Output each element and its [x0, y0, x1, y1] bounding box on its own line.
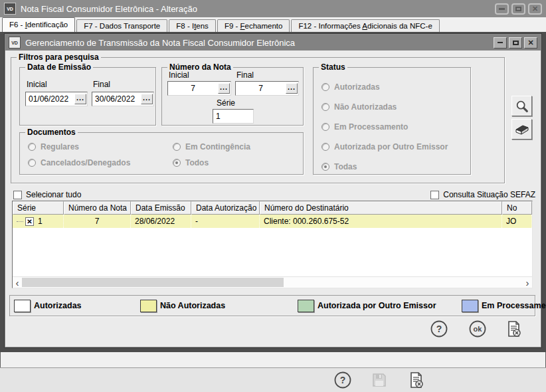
tree-connector	[17, 221, 23, 222]
close-button[interactable]: ✕	[528, 3, 542, 15]
legend-label: Autorizada por Outro Emissor	[318, 301, 436, 310]
status-legend: Autorizadas Não Autorizadas Autorizada p…	[9, 295, 535, 316]
data-emissao-groupbox: Data de Emissão Inicial Final 01/06/2022…	[19, 67, 156, 126]
radio-icon	[321, 143, 329, 151]
tab-label: echamento	[245, 22, 283, 30]
tab-f9-fechamento[interactable]: F9 - Fechamento	[217, 19, 290, 32]
dialog-help-button[interactable]: ?	[429, 319, 449, 339]
tab-label: F8 - I	[176, 22, 194, 30]
filters-title: Filtros para pesquisa	[17, 52, 101, 62]
radio-icon	[321, 83, 329, 91]
date-picker-button[interactable]: ...	[74, 94, 86, 104]
row-checkbox[interactable]: ✕	[25, 217, 34, 226]
final-label: Final	[236, 70, 254, 80]
tab-f8-itens[interactable]: F8 - Itens	[169, 19, 216, 32]
data-emissao-title: Data de Emissão	[25, 62, 93, 72]
window-title: Nota Fiscal Consumidor Eletrônica - Alte…	[21, 4, 197, 14]
column-header-serie[interactable]: Série	[13, 201, 64, 215]
tab-label: F	[240, 22, 245, 30]
radio-nao-autorizadas: Não Autorizadas	[321, 102, 397, 112]
radio-icon	[321, 163, 329, 171]
data-emissao-inicial-value: 01/06/2022	[26, 94, 74, 104]
cell-numero-nota: 7	[64, 215, 131, 228]
grid-header: Série Número da Nota Data Emissão Data A…	[13, 201, 532, 215]
scrollbar-thumb[interactable]	[22, 278, 284, 287]
window-controls: ✕	[495, 3, 542, 15]
serie-value: 1	[38, 217, 43, 226]
tab-f6-identificacao[interactable]: F6 - Identificação	[2, 17, 75, 32]
svg-text:?: ?	[340, 375, 346, 385]
clear-button[interactable]	[511, 119, 532, 140]
status-groupbox: Status Autorizadas Não Autorizadas Em Pr…	[313, 67, 471, 175]
tab-f7-dados-transporte[interactable]: F7 - Dados Transporte	[76, 19, 167, 32]
radio-label: Cancelados/Denegados	[41, 158, 130, 167]
serie-field[interactable]: 1	[213, 109, 254, 124]
minimize-button[interactable]	[495, 3, 509, 15]
cell-data-autorizacao: -	[191, 215, 260, 228]
cell-serie: ✕ 1	[13, 215, 64, 228]
dialog-maximize-button[interactable]	[509, 37, 522, 49]
scroll-right-arrow[interactable]: ›	[523, 277, 532, 288]
cell-nome: JO	[502, 215, 532, 228]
numero-nota-final-field[interactable]: 7 ...	[235, 81, 299, 96]
lookup-picker-button[interactable]: ...	[218, 83, 230, 94]
consulta-sefaz-checkbox[interactable]: Consulta Situação SEFAZ	[430, 190, 535, 199]
lookup-picker-button[interactable]: ...	[286, 83, 298, 94]
select-all-label: Selecionar tudo	[26, 190, 81, 199]
dialog-minimize-button[interactable]	[494, 37, 507, 49]
checkbox-icon	[430, 191, 439, 199]
help-button[interactable]: ?	[333, 370, 353, 390]
dialog-cancel-document-button[interactable]	[503, 319, 523, 339]
tab-label: F6 -	[9, 21, 25, 29]
application-window: VD Nota Fiscal Consumidor Eletrônica - A…	[0, 0, 546, 392]
maximize-icon	[515, 7, 521, 11]
bottom-toolbar: ?	[0, 367, 546, 392]
filters-groupbox: Filtros para pesquisa Data de Emissão In…	[11, 57, 505, 183]
dialog-icon: VD	[9, 37, 21, 49]
minimize-icon	[499, 8, 505, 10]
dialog-controls: ✕	[494, 37, 537, 49]
horizontal-scrollbar[interactable]: ‹ ›	[13, 276, 532, 288]
svg-text:ok: ok	[474, 325, 483, 333]
document-cancel-icon	[407, 371, 425, 389]
radio-todos: Todos	[173, 158, 209, 167]
radio-icon	[173, 159, 181, 167]
transmission-dialog: VD Gerenciamento de Transmissão da Nota …	[5, 35, 541, 347]
data-emissao-inicial-field[interactable]: 01/06/2022 ...	[25, 92, 88, 106]
inicial-label: Inicial	[27, 80, 47, 89]
serie-value: 1	[213, 112, 253, 121]
select-all-checkbox[interactable]: Selecionar tudo	[13, 190, 81, 199]
scroll-left-arrow[interactable]: ‹	[13, 277, 22, 288]
tab-label: F9 -	[225, 22, 240, 30]
dialog-body: Filtros para pesquisa Data de Emissão In…	[5, 50, 541, 347]
data-emissao-final-field[interactable]: 30/06/2022 ...	[92, 92, 154, 106]
ok-button[interactable]: ok	[468, 319, 488, 339]
close-icon: ✕	[527, 39, 533, 47]
date-picker-button[interactable]: ...	[141, 94, 153, 104]
radio-regulares: Regulares	[28, 142, 79, 151]
radio-icon	[28, 159, 36, 167]
radio-icon	[321, 123, 329, 131]
search-icon	[515, 99, 529, 114]
column-header-data-emissao[interactable]: Data Emissão	[131, 201, 191, 215]
legend-swatch	[298, 300, 314, 312]
documentos-title: Documentos	[25, 128, 78, 137]
legend-item-autorizadas: Autorizadas	[14, 300, 140, 312]
tab-f12-informacoes-adicionais[interactable]: F12 - Informações Adicionais da NFC-e	[291, 19, 439, 32]
radio-label: Autorizadas	[334, 82, 380, 92]
search-button[interactable]	[511, 96, 532, 116]
maximize-button[interactable]	[511, 3, 525, 15]
dialog-close-button[interactable]: ✕	[524, 37, 537, 49]
numero-nota-inicial-field[interactable]: 7 ...	[167, 81, 231, 96]
dialog-titlebar: VD Gerenciamento de Transmissão da Nota …	[5, 35, 541, 50]
legend-item-nao-autorizadas: Não Autorizadas	[140, 300, 298, 312]
radio-label: Todas	[334, 162, 357, 171]
column-header-destinatario[interactable]: Número do Destinatário	[260, 201, 502, 215]
column-header-nome[interactable]: No	[502, 201, 532, 215]
column-header-numero-nota[interactable]: Número da Nota	[64, 201, 131, 215]
grid-row[interactable]: ✕ 1 7 28/06/2022 - Cliente: 000.260.675-…	[13, 215, 532, 228]
cancel-document-button[interactable]	[406, 370, 426, 390]
document-cancel-icon	[504, 320, 523, 338]
checkbox-icon	[13, 191, 22, 199]
column-header-data-autorizacao[interactable]: Data Autorização	[191, 201, 260, 215]
